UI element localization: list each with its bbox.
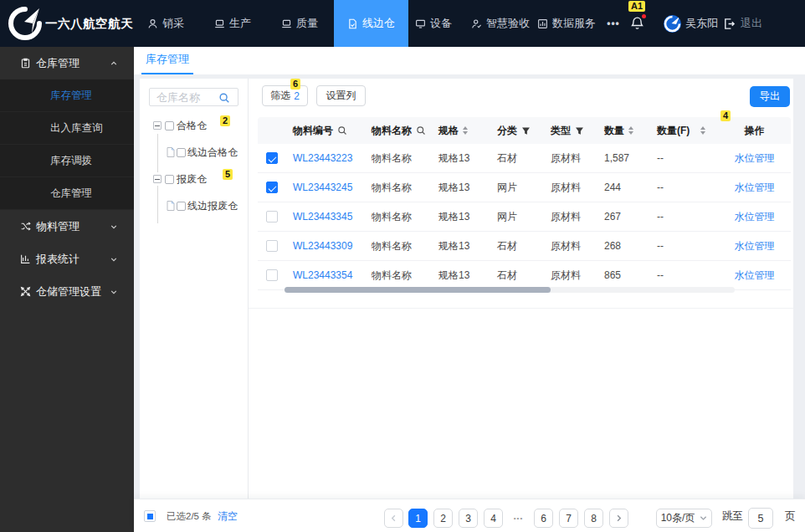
selection-summary: 已选2/5 条 [167,499,212,532]
pagination-page-2[interactable]: 2 [433,509,453,528]
horizontal-scrollbar-thumb[interactable] [285,287,551,293]
header-label: 数量 [604,124,624,138]
header-label: 数量(F) [657,124,690,138]
page-size-select[interactable]: 10条/页 [656,509,712,528]
tree-checkbox[interactable] [177,148,186,157]
sidebar-item-kucunguanli[interactable]: 库存管理 [0,79,134,112]
export-button[interactable]: 导出 [750,86,790,107]
row-checkbox[interactable] [266,240,278,252]
nav-item-xianbiancang-active[interactable]: 线边仓 [334,0,408,47]
water-level-link[interactable]: 水位管理 [735,210,775,224]
sidebar-item-churukuchaxun[interactable]: 出入库查询 [0,112,134,145]
cell-spec: 规格13 [431,232,489,260]
sidebar-group-warehouse[interactable]: 仓库管理 [0,47,134,79]
row-checkbox[interactable] [266,211,278,223]
sidebar: 仓库管理 库存管理 出入库查询 库存调拨 仓库管理 物料管理 报表统计 仓储管理… [0,47,134,532]
warehouse-search-input[interactable] [156,89,218,105]
table-row: WL23443223 物料名称 规格13 石材 原材料 1,587 -- 水位管… [258,144,791,173]
cell-qty-f: -- [649,144,718,172]
pagination-page-6[interactable]: 6 [534,509,553,528]
sort-icon[interactable] [700,126,705,135]
shuffle-icon [20,221,31,232]
cell-action: 水位管理 [718,261,791,289]
row-checkbox-checked[interactable] [266,152,278,164]
tree-checkbox[interactable] [165,175,174,184]
search-icon [218,92,230,104]
row-checkbox[interactable] [266,269,278,281]
header-name[interactable]: 物料名称 [363,117,431,144]
tree-checkbox[interactable] [165,121,174,130]
water-level-link[interactable]: 水位管理 [735,239,775,253]
sidebar-group-material[interactable]: 物料管理 [0,210,134,243]
warehouse-tree-panel: 合格仓 2 线边合格仓 报废仓 5 线边报废仓 [140,79,248,499]
page-suffix-label: 页 [785,499,796,532]
nav-item-label: 设备 [430,16,452,31]
material-code-link[interactable]: WL23443245 [293,182,352,193]
cell-name: 物料名称 [363,173,431,202]
pagination-page-8[interactable]: 8 [584,509,603,528]
nav-item-shujufuwu[interactable]: 数据服务 [536,0,597,47]
header-spec[interactable]: 规格 [431,117,489,144]
row-checkbox-checked[interactable] [266,182,278,193]
pagination-page-3[interactable]: 3 [459,509,478,528]
sort-icon[interactable] [628,126,633,135]
pagination-page-4[interactable]: 4 [484,509,503,528]
cell-type: 原材料 [542,232,596,260]
nav-item-label: 数据服务 [552,16,596,31]
pagination-prev-button[interactable] [384,509,403,528]
water-level-link[interactable]: 水位管理 [735,151,775,166]
header-type[interactable]: 类型 [542,117,596,144]
chevron-up-icon [110,60,117,67]
top-header: 一六八航空航天 销采 生产 质量 线边仓 设备 智慧验收 数据服务 ••• A1… [0,0,805,47]
pagination-next-button[interactable] [609,509,628,528]
pagination-ellipsis[interactable]: ••• [509,509,528,528]
pagination-page-7[interactable]: 7 [559,509,578,528]
tree-node-xianbianhegecang[interactable]: 线边合格仓 [140,139,248,166]
tree-node-xianbianbaofeicang[interactable]: 线边报废仓 [140,192,248,219]
cell-select [258,144,285,172]
clear-selection-link[interactable]: 清空 [218,499,238,532]
sidebar-item-cangkuguanli[interactable]: 仓库管理 [0,177,134,210]
nav-more-ellipsis-icon[interactable]: ••• [602,0,624,47]
material-code-link[interactable]: WL23443309 [293,240,352,252]
header-qty[interactable]: 数量 [596,117,649,144]
horizontal-scrollbar-track[interactable] [285,287,735,293]
material-code-link[interactable]: WL23443345 [293,211,352,223]
column-settings-button[interactable]: 设置列 [316,85,366,106]
water-level-link[interactable]: 水位管理 [735,181,775,195]
header-label: 分类 [497,124,517,138]
header-qty-f[interactable]: 数量(F) [649,117,718,144]
nav-item-shengchan[interactable]: 生产 [213,0,253,47]
filter-button[interactable]: 筛选2 [262,85,308,106]
sidebar-group-reports[interactable]: 报表统计 [0,243,134,275]
tree-node-hegecang[interactable]: 合格仓 [140,112,248,139]
logout-button[interactable]: 退出 [723,0,762,47]
tab-kucunguanli[interactable]: 库存管理 [141,47,193,74]
content-right-gap [793,79,805,499]
notification-bell-icon[interactable] [628,12,648,35]
sidebar-item-kucundiaobo[interactable]: 库存调拨 [0,145,134,177]
tree-checkbox[interactable] [177,202,186,211]
pagination-page-1[interactable]: 1 [408,509,428,528]
user-menu[interactable]: 吴东阳 [664,0,718,47]
clipboard-icon [20,58,31,69]
collapse-toggle-icon[interactable] [153,175,162,183]
header-label: 操作 [745,124,765,138]
sort-icon[interactable] [463,126,468,135]
jump-page-input[interactable] [748,508,773,529]
header-category[interactable]: 分类 [489,117,542,144]
material-code-link[interactable]: WL23443354 [293,269,352,281]
sidebar-group-settings[interactable]: 仓储管理设置 [0,275,134,308]
nav-item-xiaocai[interactable]: 销采 [146,0,186,47]
collapse-toggle-icon[interactable] [153,121,162,130]
filter-funnel-icon [575,126,584,136]
header-code[interactable]: 物料编号 [285,117,363,144]
water-level-link[interactable]: 水位管理 [735,269,775,283]
nav-item-zhihuiyanshou[interactable]: 智慧验收 [469,0,531,47]
nav-item-shebei[interactable]: 设备 [413,0,454,47]
filter-count: 2 [294,90,300,102]
material-code-link[interactable]: WL23443223 [293,152,352,164]
nav-item-zhiliang[interactable]: 质量 [279,0,320,47]
select-all-checkbox-indeterminate[interactable] [144,510,156,522]
chevron-down-icon [110,289,117,295]
